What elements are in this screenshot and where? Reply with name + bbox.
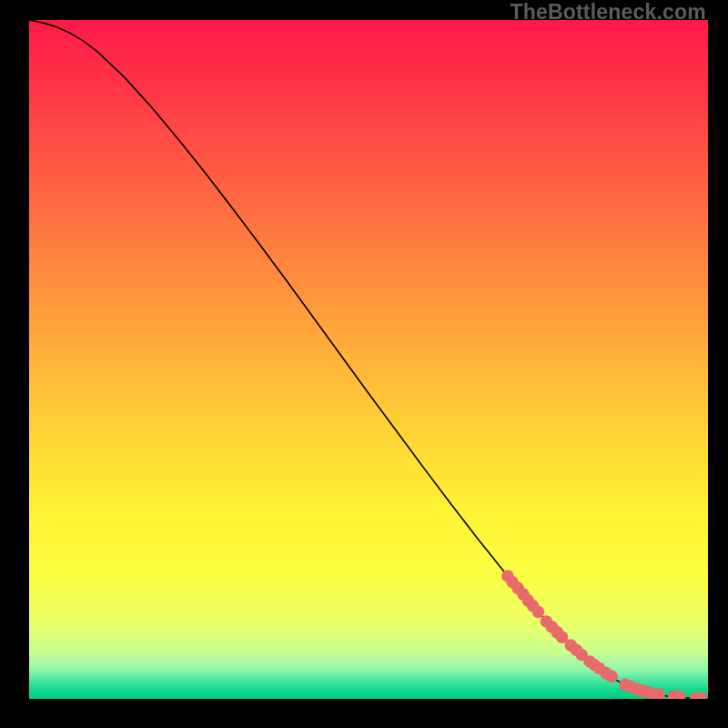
bottleneck-curve-path bbox=[29, 20, 708, 699]
curve-marker bbox=[532, 606, 545, 619]
marker-group bbox=[501, 570, 707, 699]
chart-stage: TheBottleneck.com bbox=[0, 0, 728, 728]
curve-marker bbox=[605, 671, 618, 683]
chart-svg bbox=[29, 20, 708, 699]
plot-area bbox=[29, 20, 708, 699]
